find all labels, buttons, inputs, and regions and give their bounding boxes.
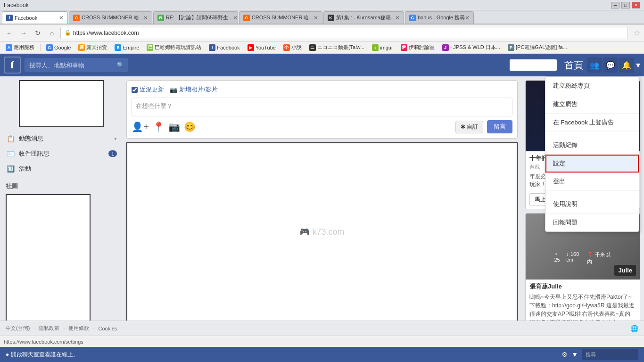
fb-nav-messages-icon[interactable]: 💬 [603, 58, 618, 73]
dropdown-logout[interactable]: 登出 [545, 173, 639, 191]
minimize-button[interactable]: ─ [611, 2, 619, 8]
bookmark-empire[interactable]: E Empire [112, 43, 142, 52]
fb-feed: 近況更新 📷 新增相片/影片 在想些什麼？ 👤+ 📍 📷 [123, 76, 521, 321]
fb-nav-notifications-icon[interactable]: 🔔 [619, 58, 634, 73]
tab-close-facebook[interactable]: ✕ [59, 15, 64, 21]
footer-link-cookies[interactable]: Cookies [99, 326, 117, 331]
footer-link-privacy[interactable]: 隱私政策 [39, 325, 59, 332]
dropdown-advertise[interactable]: 在 Facebook 上登廣告 [545, 114, 639, 132]
dropdown-create-ad[interactable]: 建立廣告 [545, 95, 639, 114]
location-icon[interactable]: 📍 [153, 121, 165, 132]
photo-icon: 📷 [170, 86, 177, 93]
tab-cross2[interactable]: C CROSS SUMMONER 哈... ✕ [239, 11, 322, 24]
fb-tab-photo[interactable]: 📷 新增相片/影片 [170, 85, 218, 94]
bookmark-favicon-dew: 露 [78, 44, 85, 51]
home-button[interactable]: ⌂ [46, 27, 58, 39]
bookmark-star-icon[interactable]: ☆ [634, 28, 640, 37]
tab-bar: f Facebook ✕ C CROSS SUMMONER 哈... ✕ R R… [0, 10, 644, 25]
bookmark-favicon-jpss: J [442, 44, 449, 51]
camera-icon[interactable]: 📷 [168, 121, 180, 132]
close-button[interactable]: ✕ [632, 2, 640, 8]
fb-tab-recent[interactable]: 近況更新 [132, 85, 164, 94]
dropdown-help[interactable]: 使用說明 [545, 195, 639, 214]
bookmark-ba[interactable]: 巴 巴哈姆特電玩資訊站 [144, 43, 204, 52]
fb-ad-2-profile-info: ♀ 25 ↕ 160 cm 📍 千米以内 [554, 251, 611, 265]
bookmark-label-apps: 應用服務 [14, 44, 34, 51]
tab-cross1[interactable]: C CROSS SUMMONER 哈... ✕ [69, 11, 152, 24]
forward-button[interactable]: → [18, 27, 29, 39]
bookmark-label-ba: 巴哈姆特電玩資訊站 [155, 44, 201, 51]
sidebar-label-events: 活動 [19, 165, 117, 173]
facebook-page: f 🔍 首頁 👥 💬 🔔 ▾ 建立粉絲專頁 建立廣告 在 Facebook 上登… [0, 54, 644, 336]
fb-chat-collapse-icon[interactable]: ▼ [571, 351, 578, 358]
bookmark-imgur[interactable]: i imgur [369, 43, 396, 52]
fb-tab-recent-check[interactable] [132, 87, 138, 93]
bookmark-novel[interactable]: 小 小說 [281, 43, 305, 52]
bookmark-label-youtube: YouTube [256, 45, 276, 50]
tab-kuro[interactable]: K 第1集 : - Kurosama秘籍... ✕ [323, 11, 404, 24]
tab-label-facebook: Facebook [15, 15, 37, 21]
fb-search-input[interactable] [25, 58, 128, 72]
add-friend-icon[interactable]: 👤+ [132, 121, 149, 132]
tab-close-re[interactable]: ✕ [233, 15, 238, 21]
dropdown-activity[interactable]: 活動紀錄 [545, 136, 639, 155]
fb-post-actions: 👤+ 📍 📷 😊 ✱ 自訂 留言 [132, 120, 512, 133]
tab-close-kuro[interactable]: ✕ [395, 15, 400, 21]
tab-label-google: bonus - Google 搜尋 [418, 14, 465, 21]
tab-close-cross2[interactable]: ✕ [314, 15, 318, 21]
status-url: https://www.facebook.com/settings [4, 339, 83, 345]
bookmark-google[interactable]: G Google [43, 43, 74, 52]
fb-nav-home[interactable]: 首頁 [564, 59, 583, 72]
bookmark-label-imgur: imgur [380, 45, 393, 50]
bookmark-favicon-empire: E [115, 44, 121, 51]
bookmark-nico[interactable]: ニ ニコニコ動畫(Taiw... [306, 43, 367, 52]
tab-close-cross1[interactable]: ✕ [143, 15, 148, 21]
sidebar-label-news: 動態消息 [19, 134, 114, 143]
fb-watermark: 🎮 k73.com [299, 227, 344, 237]
tab-close-google[interactable]: ✕ [465, 15, 470, 21]
fb-ad-2-desc: 嗚嗚~今天早上又忍不住先滑滑Paktor了~ 下載點：http://goo.gl… [526, 292, 640, 321]
address-bar[interactable]: 🔒 https://www.facebook.com [60, 27, 628, 39]
bookmark-label-novel: 小說 [291, 44, 302, 51]
dropdown-report[interactable]: 回報問題 [545, 214, 639, 231]
bookmark-apps[interactable]: A 應用服務 [3, 43, 37, 52]
tab-re[interactable]: R RE: 【討論】請問65等野生... ✕ [153, 11, 238, 24]
sidebar-item-events[interactable]: 🔟 活動 [0, 161, 123, 176]
sidebar-item-news[interactable]: 📋 動態消息 ▾ [0, 131, 123, 146]
tab-favicon-kuro: K [328, 15, 334, 21]
emoji-icon[interactable]: 😊 [184, 121, 196, 132]
submit-post-button[interactable]: 留言 [487, 120, 512, 133]
footer-link-lang[interactable]: 中文(台灣) [6, 325, 30, 332]
bookmark-mail[interactable]: 伊 伊莉討論區 [398, 43, 438, 52]
back-button[interactable]: ← [4, 27, 15, 39]
tab-google[interactable]: G bonus - Google 搜尋 ✕ [405, 11, 474, 24]
bookmark-jpss[interactable]: J - JPSS & WLD 日本... [439, 43, 503, 52]
fb-chat-search-input[interactable] [582, 349, 638, 360]
maximize-button[interactable]: □ [621, 2, 630, 8]
dropdown-settings[interactable]: 設定 [545, 155, 639, 173]
fb-nav-friends-icon[interactable]: 👥 [587, 58, 602, 73]
bookmark-favicon-pc: P [508, 44, 514, 51]
bookmark-dew[interactable]: 露 露天拍賣 [75, 43, 110, 52]
fb-nav-dropdown-arrow[interactable]: ▾ [636, 60, 640, 70]
title-bar: Facebook ─ □ ✕ [0, 0, 644, 10]
reload-button[interactable]: ↻ [32, 27, 43, 39]
fb-ad-2-distance: 📍 千米以内 [587, 251, 611, 265]
title-bar-text: Facebook [4, 2, 29, 8]
footer-sep-2: · [63, 326, 65, 331]
bookmark-fb[interactable]: f Facebook [206, 43, 242, 52]
customize-button[interactable]: ✱ 自訂 [455, 121, 483, 133]
footer-link-terms[interactable]: 使用條款 [68, 325, 89, 332]
fb-ad-2-height: ↕ 160 cm [566, 251, 584, 265]
bookmark-pc[interactable]: P [PC電腦GAL遊戲] fa... [505, 43, 570, 52]
fb-chat-settings-icon[interactable]: ⚙ [561, 351, 568, 358]
tab-facebook[interactable]: f Facebook ✕ [2, 11, 68, 24]
fb-nav-name-box [510, 59, 557, 71]
bookmark-youtube[interactable]: ▶ YouTube [245, 43, 279, 52]
fb-dropdown-menu: 建立粉絲專頁 建立廣告 在 Facebook 上登廣告 活動紀錄 設定 登出 使… [545, 76, 639, 232]
fb-post-input[interactable]: 在想些什麼？ [132, 98, 512, 116]
bookmarks-bar: A 應用服務 G Google 露 露天拍賣 E Empire 巴 巴哈姆特電玩… [0, 41, 644, 54]
sidebar-item-messages[interactable]: ✉️ 收件匣訊息 1 [0, 146, 123, 161]
dropdown-create-page[interactable]: 建立粉絲專頁 [545, 77, 639, 95]
tab-favicon-cross1: C [73, 15, 80, 21]
